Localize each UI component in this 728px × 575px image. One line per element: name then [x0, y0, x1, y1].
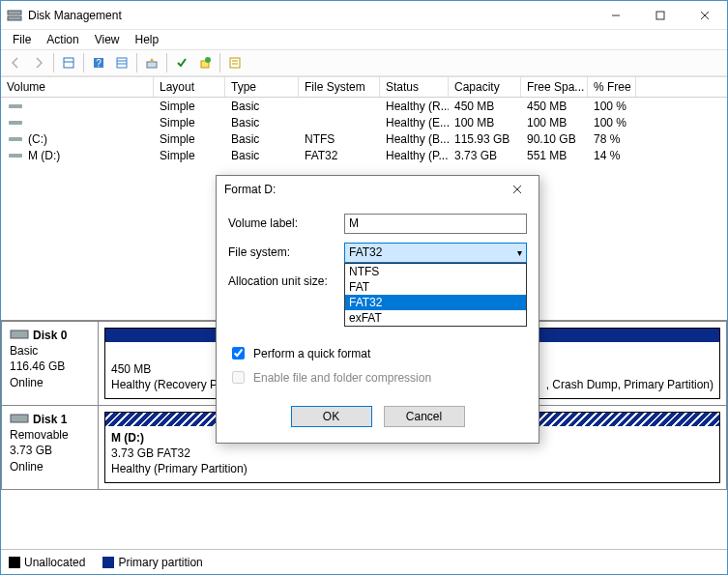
drive-icon [7, 101, 26, 111]
ok-button[interactable]: OK [291, 406, 372, 427]
menu-file[interactable]: File [7, 31, 37, 48]
col-capacity[interactable]: Capacity [449, 76, 521, 97]
label-volume: Volume label: [228, 216, 344, 230]
svg-point-15 [205, 57, 211, 63]
disk0-info: Disk 0 Basic 116.46 GB Online [2, 322, 99, 405]
col-volume[interactable]: Volume [1, 76, 154, 97]
disk0-title: Disk 0 [33, 329, 67, 342]
svg-rect-10 [117, 58, 127, 68]
fs-option-ntfs[interactable]: NTFS [345, 264, 526, 279]
menu-view[interactable]: View [89, 31, 126, 48]
col-type[interactable]: Type [225, 76, 299, 97]
cancel-button[interactable]: Cancel [384, 406, 465, 427]
disk1-info: Disk 1 Removable 3.73 GB Online [2, 406, 99, 489]
compression-checkbox: Enable file and folder compression [228, 368, 527, 387]
help-icon[interactable]: ? [88, 52, 109, 73]
svg-rect-3 [656, 12, 664, 19]
drive-icon [7, 151, 26, 160]
disk-management-icon [7, 8, 22, 23]
svg-rect-19 [11, 331, 28, 338]
col-free-space[interactable]: Free Spa... [521, 76, 588, 97]
svg-rect-13 [147, 62, 157, 68]
menu-action[interactable]: Action [41, 31, 84, 48]
legend-swatch-primary [102, 557, 114, 568]
volume-row[interactable]: M (D:) Simple Basic FAT32 Healthy (P... … [1, 147, 727, 163]
volume-list-header: Volume Layout Type File System Status Ca… [1, 76, 727, 98]
refresh-icon[interactable] [141, 52, 162, 73]
fs-option-fat32[interactable]: FAT32 [345, 295, 526, 310]
volume-row[interactable]: Simple Basic Healthy (E... 100 MB 100 MB… [1, 114, 727, 130]
close-button[interactable] [683, 1, 727, 29]
svg-rect-0 [8, 11, 21, 14]
forward-button[interactable] [28, 52, 49, 73]
properties-icon[interactable] [224, 52, 246, 73]
toolbar-new-icon[interactable] [194, 52, 216, 73]
quick-format-checkbox[interactable]: Perform a quick format [228, 344, 527, 362]
window-title: Disk Management [28, 9, 594, 22]
svg-rect-1 [8, 16, 21, 20]
col-spacer [636, 76, 727, 97]
maximize-button[interactable] [638, 1, 683, 29]
svg-rect-16 [230, 58, 240, 68]
fs-option-fat[interactable]: FAT [345, 279, 526, 295]
volume-row[interactable]: Simple Basic Healthy (R... 450 MB 450 MB… [1, 98, 727, 114]
minimize-button[interactable] [594, 1, 638, 29]
toolbar: ? [1, 49, 727, 76]
menu-help[interactable]: Help [130, 31, 165, 48]
chevron-down-icon: ▾ [517, 247, 522, 258]
legend-swatch-unallocated [9, 557, 20, 568]
col-layout[interactable]: Layout [154, 76, 225, 97]
svg-rect-20 [11, 415, 28, 422]
file-system-select[interactable]: FAT32 ▾ [344, 243, 527, 263]
col-pct-free[interactable]: % Free [588, 76, 636, 97]
titlebar: Disk Management [1, 1, 727, 30]
drive-icon [7, 134, 26, 144]
format-dialog: Format D: Volume label: File system: FAT… [216, 175, 539, 444]
toolbar-view-icon[interactable] [58, 52, 79, 73]
disk-icon [10, 328, 29, 341]
disk-icon [10, 412, 29, 425]
fs-option-exfat[interactable]: exFAT [345, 310, 526, 326]
menu-bar: File Action View Help [1, 30, 727, 49]
compression-input [232, 371, 245, 384]
volume-label-input[interactable] [344, 214, 527, 234]
drive-icon [7, 118, 26, 128]
legend: Unallocated Primary partition [1, 549, 727, 574]
col-status[interactable]: Status [380, 76, 449, 97]
legend-unallocated: Unallocated [24, 556, 85, 569]
label-file-system: File system: [228, 245, 344, 259]
file-system-dropdown: NTFS FAT FAT32 exFAT [344, 263, 527, 327]
dialog-title: Format D: [224, 183, 504, 196]
volume-row[interactable]: (C:) Simple Basic NTFS Healthy (B... 115… [1, 130, 727, 147]
back-button[interactable] [5, 52, 26, 73]
dialog-close-button[interactable] [504, 179, 531, 200]
toolbar-check-icon[interactable] [171, 52, 192, 73]
legend-primary: Primary partition [118, 556, 202, 569]
disk1-title: Disk 1 [33, 413, 67, 426]
col-file-system[interactable]: File System [299, 76, 380, 97]
toolbar-list-icon[interactable] [111, 52, 132, 73]
svg-rect-6 [64, 58, 73, 68]
svg-text:?: ? [96, 58, 102, 69]
quick-format-input[interactable] [232, 347, 245, 359]
label-allocation: Allocation unit size: [228, 274, 344, 288]
